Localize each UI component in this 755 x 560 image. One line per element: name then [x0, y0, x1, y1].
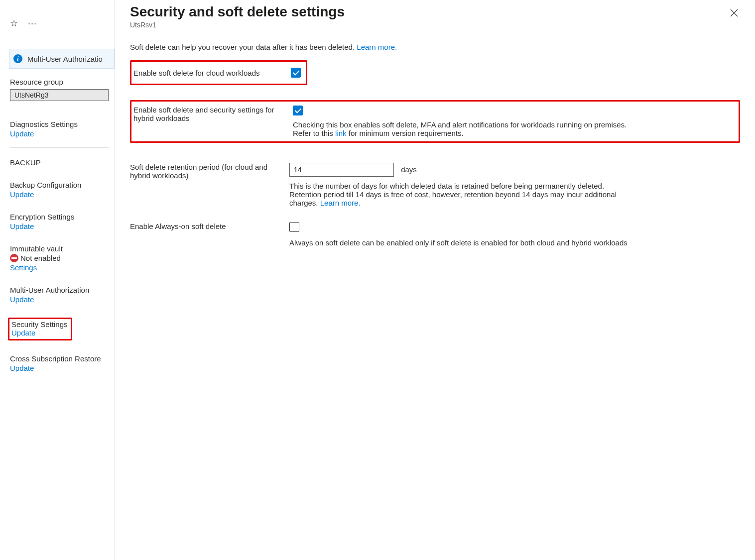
- retention-hint: This is the number of days for which del…: [289, 182, 638, 207]
- sidebar-item-label: Encryption Settings: [10, 213, 115, 221]
- diagnostics-update-link[interactable]: Update: [10, 129, 115, 138]
- resource-group-label: Resource group: [10, 78, 115, 86]
- sidebar-item-encryption: Encryption Settings Update: [10, 213, 115, 230]
- intro-learn-more-link[interactable]: Learn more.: [357, 43, 397, 51]
- immutable-status-text: Not enabled: [20, 254, 61, 262]
- sidebar-item-label: Backup Configuration: [10, 181, 115, 189]
- page-subtitle: UtsRsv1: [130, 21, 345, 29]
- cloud-workloads-checkbox[interactable]: [291, 68, 301, 78]
- info-icon: i: [13, 54, 22, 63]
- hybrid-workloads-checkbox[interactable]: [293, 106, 303, 115]
- cross-sub-link[interactable]: Update: [10, 364, 115, 372]
- divider: [10, 147, 109, 147]
- close-button[interactable]: [728, 7, 740, 20]
- intro-text: Soft delete can help you recover your da…: [130, 43, 740, 51]
- hybrid-workloads-label: Enable soft delete and security settings…: [133, 106, 293, 122]
- sidebar-item-label: Multi-User Authorization: [10, 286, 115, 294]
- always-on-row: Enable Always-on soft delete Always on s…: [130, 222, 740, 247]
- retention-label: Soft delete retention period (for cloud …: [130, 163, 289, 180]
- cloud-workloads-label: Enable soft delete for cloud workloads: [133, 69, 291, 77]
- retention-input[interactable]: [289, 163, 394, 177]
- sidebar-item-cross-sub: Cross Subscription Restore Update: [10, 354, 115, 372]
- always-on-label: Enable Always-on soft delete: [130, 222, 289, 230]
- cloud-highlight: Enable soft delete for cloud workloads: [130, 60, 307, 85]
- backup-config-link[interactable]: Update: [10, 190, 115, 199]
- retention-suffix: days: [401, 165, 417, 174]
- security-link[interactable]: Update: [11, 329, 68, 337]
- retention-learn-more-link[interactable]: Learn more.: [320, 199, 361, 207]
- main-panel: Security and soft delete settings UtsRsv…: [115, 0, 755, 560]
- retention-row: Soft delete retention period (for cloud …: [130, 163, 740, 207]
- hybrid-hint: Checking this box enables soft delete, M…: [293, 120, 641, 137]
- resource-group-field[interactable]: UtsNetRg3: [10, 89, 109, 101]
- sidebar-item-mua: Multi-User Authorization Update: [10, 286, 115, 304]
- info-banner: i Multi-User Authorizatio: [9, 49, 115, 69]
- more-icon[interactable]: ···: [28, 18, 37, 29]
- hybrid-hint-link[interactable]: link: [335, 129, 347, 137]
- sidebar: ☆ ··· i Multi-User Authorizatio Resource…: [0, 0, 115, 560]
- encryption-link[interactable]: Update: [10, 222, 115, 230]
- immutable-status: Not enabled: [10, 254, 115, 262]
- stop-icon: [10, 254, 18, 262]
- sidebar-item-label: Immutable vault: [10, 244, 115, 253]
- favorite-icon[interactable]: ☆: [10, 18, 18, 29]
- page-title: Security and soft delete settings: [130, 4, 345, 20]
- sidebar-item-security: Security Settings Update: [10, 318, 115, 340]
- backup-header: BACKUP: [10, 158, 115, 167]
- security-highlight: Security Settings Update: [8, 318, 72, 340]
- always-on-checkbox[interactable]: [289, 222, 299, 232]
- sidebar-item-label: Cross Subscription Restore: [10, 354, 115, 363]
- always-on-hint: Always on soft delete can be enabled onl…: [289, 238, 638, 247]
- close-icon: [730, 9, 738, 17]
- diagnostics-label: Diagnostics Settings: [10, 120, 115, 128]
- sidebar-item-label: Security Settings: [11, 320, 68, 329]
- info-banner-text: Multi-User Authorizatio: [27, 55, 103, 63]
- sidebar-item-backup-config: Backup Configuration Update: [10, 181, 115, 199]
- toolbar: ☆ ···: [10, 0, 115, 32]
- immutable-link[interactable]: Settings: [10, 263, 115, 272]
- hybrid-highlight: Enable soft delete and security settings…: [130, 100, 740, 143]
- mua-link[interactable]: Update: [10, 295, 115, 304]
- sidebar-item-immutable: Immutable vault Not enabled Settings: [10, 244, 115, 272]
